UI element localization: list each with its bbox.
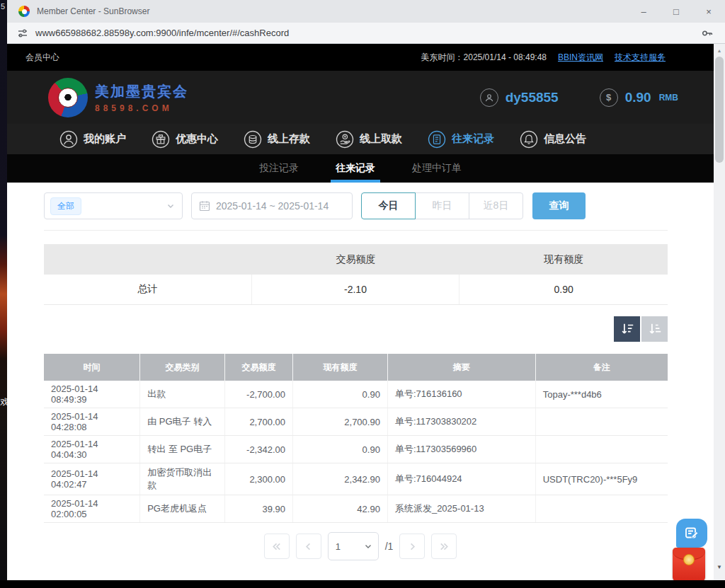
table-row: 2025-01-14 04:02:47 加密货币取消出款 2,300.00 2,… (44, 463, 668, 495)
cell-time: 2025-01-14 02:00:05 (44, 495, 140, 523)
site-settings-icon[interactable] (17, 28, 28, 39)
tab-transaction-records[interactable]: 往来记录 (336, 154, 375, 183)
yesterday-button[interactable]: 昨日 (415, 192, 469, 219)
username-display[interactable]: dy55855 (480, 88, 559, 107)
date-range-input[interactable]: 2025-01-14 ~ 2025-01-14 (191, 192, 353, 219)
first-page-button[interactable] (264, 534, 290, 559)
dollar-icon: $ (600, 88, 618, 107)
currency-label: RMB (659, 93, 678, 103)
nav-item-withdraw[interactable]: 线上取款 (336, 130, 402, 149)
cell-amount: 2,700.00 (224, 408, 292, 436)
summary-trade-amount: -2.10 (252, 275, 460, 304)
page-select-value: 1 (336, 541, 341, 552)
minimize-button[interactable]: – (627, 0, 660, 23)
chevron-down-icon (364, 542, 372, 550)
logo-title: 美加墨贵宾会 (95, 82, 188, 101)
type-filter-dropdown[interactable]: 全部 (44, 192, 183, 219)
summary-header-trade-amount: 交易额度 (252, 244, 460, 275)
masthead: 美加墨贵宾会 88598.COM dy55855 $ 0.90 RMB (7, 71, 714, 124)
browser-urlbar: www665988682.88598y.com:9900/infe/mcente… (7, 23, 725, 44)
address-input[interactable]: www665988682.88598y.com:9900/infe/mcente… (35, 28, 289, 38)
col-header-time: 时间 (44, 354, 140, 381)
summary-header-balance: 现有额度 (459, 244, 668, 275)
today-button[interactable]: 今日 (361, 192, 416, 219)
scrollbar-thumb[interactable] (715, 57, 724, 163)
nav-label: 优惠中心 (176, 132, 218, 146)
sort-buttons (614, 316, 668, 342)
page-viewport: 会员中心 美东时间：2025/01/14 - 08:49:48 BBIN资讯网 … (7, 44, 714, 580)
tab-bet-records[interactable]: 投注记录 (259, 154, 299, 183)
maximize-button[interactable]: □ (660, 0, 692, 23)
cell-type: 转出 至 PG电子 (140, 436, 225, 463)
bottom-black-strip (0, 580, 725, 588)
scrollbar-down-arrow[interactable]: ▼ (714, 562, 725, 572)
last-page-button[interactable] (431, 534, 457, 559)
col-header-type: 交易类别 (140, 354, 225, 381)
search-button[interactable]: 查询 (532, 192, 586, 219)
scrollbar-up-arrow[interactable]: ▲ (714, 45, 725, 55)
summary-table: 交易额度 现有额度 总计 -2.10 0.90 (44, 244, 668, 305)
table-row: 2025-01-14 08:49:39 出款 -2,700.00 0.90 单号… (44, 381, 668, 408)
type-filter-chip[interactable]: 全部 (50, 197, 81, 215)
background-window-sliver: 5 戏 (0, 0, 7, 588)
window-controls: – □ × (627, 0, 725, 23)
gold-coin-icon (683, 554, 695, 565)
date-range-value: 2025-01-14 ~ 2025-01-14 (216, 200, 329, 212)
table-row: 2025-01-14 02:00:05 PG老虎机返点 39.90 42.90 … (44, 495, 668, 523)
divider (44, 230, 668, 231)
calendar-icon (199, 200, 210, 212)
logo-domain: 88598.COM (95, 103, 188, 113)
previous-page-button[interactable] (296, 534, 321, 559)
background-fragment: 5 (1, 2, 5, 11)
sort-descending-button[interactable] (614, 316, 640, 342)
page-select[interactable]: 1 (328, 532, 379, 560)
cell-time: 2025-01-14 04:04:30 (44, 436, 140, 463)
cell-type: PG老虎机返点 (140, 495, 225, 523)
password-key-icon[interactable] (701, 27, 714, 40)
table-header-row: 时间 交易类别 交易额度 现有额度 摘要 备注 (44, 354, 668, 381)
primary-nav: 我的账户 优惠中心 线上存款 线上取款 往来记录 信息公告 (7, 124, 714, 154)
nav-item-deposit[interactable]: 线上存款 (244, 130, 310, 149)
tab-pending-orders[interactable]: 处理中订单 (412, 154, 462, 183)
browser-titlebar: Member Center - SunBrowser – □ × (7, 0, 725, 23)
cell-type: 加密货币取消出款 (140, 463, 225, 495)
nav-item-my-account[interactable]: 我的账户 (59, 130, 126, 149)
balance-display[interactable]: $ 0.90 RMB (600, 88, 678, 107)
nav-label: 我的账户 (84, 132, 126, 146)
nav-item-promotions[interactable]: 优惠中心 (152, 130, 218, 149)
subtabs: 投注记录 往来记录 处理中订单 (7, 154, 714, 183)
content-area: 全部 2025-01-14 ~ 2025-01-14 今日 昨日 近8日 (7, 183, 714, 580)
table-row: 2025-01-14 04:28:08 由 PG电子 转入 2,700.00 2… (44, 408, 668, 436)
cell-summary: 单号:117303830202 (387, 408, 535, 436)
cell-note: Topay-***d4b6 (535, 381, 668, 408)
next-page-button[interactable] (399, 534, 425, 559)
close-button[interactable]: × (692, 0, 725, 23)
cell-summary: 系统派发_2025-01-13 (387, 495, 535, 523)
chevron-down-icon (166, 202, 175, 210)
nav-item-transaction-records[interactable]: 往来记录 (428, 130, 494, 149)
site-logo-text[interactable]: 美加墨贵宾会 88598.COM (95, 82, 188, 113)
cell-note: USDT(TRC20)-***5Fy9 (535, 463, 668, 495)
nav-label: 线上取款 (360, 132, 402, 146)
cell-summary: 单号:716136160 (387, 381, 535, 408)
topbar-right: 美东时间：2025/01/14 - 08:49:48 BBIN资讯网 技术支持服… (421, 52, 666, 64)
user-cluster: dy55855 $ 0.90 RMB (480, 88, 678, 107)
nav-label: 线上存款 (268, 132, 310, 146)
screen: 5 戏 Member Center - SunBrowser – □ × www… (0, 0, 725, 588)
nav-label: 信息公告 (544, 132, 586, 146)
last-8-days-button[interactable]: 近8日 (469, 192, 523, 219)
filter-row: 全部 2025-01-14 ~ 2025-01-14 今日 昨日 近8日 (44, 192, 586, 219)
bbin-news-link[interactable]: BBIN资讯网 (558, 52, 603, 64)
tech-support-link[interactable]: 技术支持服务 (615, 52, 666, 64)
cell-note (535, 408, 668, 436)
table-row: 2025-01-14 04:04:30 转出 至 PG电子 -2,342.00 … (44, 436, 668, 463)
nav-item-announcements[interactable]: 信息公告 (520, 130, 586, 149)
info-topbar: 会员中心 美东时间：2025/01/14 - 08:49:48 BBIN资讯网 … (7, 44, 714, 71)
site-logo[interactable] (48, 78, 88, 117)
pagination: 1 /1 (7, 532, 714, 560)
red-envelope-button[interactable] (673, 548, 705, 580)
sort-ascending-button[interactable] (641, 316, 668, 342)
customer-service-chat-button[interactable] (676, 519, 707, 548)
page-scrollbar[interactable]: ▲ ▼ (714, 44, 725, 580)
browser-logo-icon (18, 6, 30, 17)
